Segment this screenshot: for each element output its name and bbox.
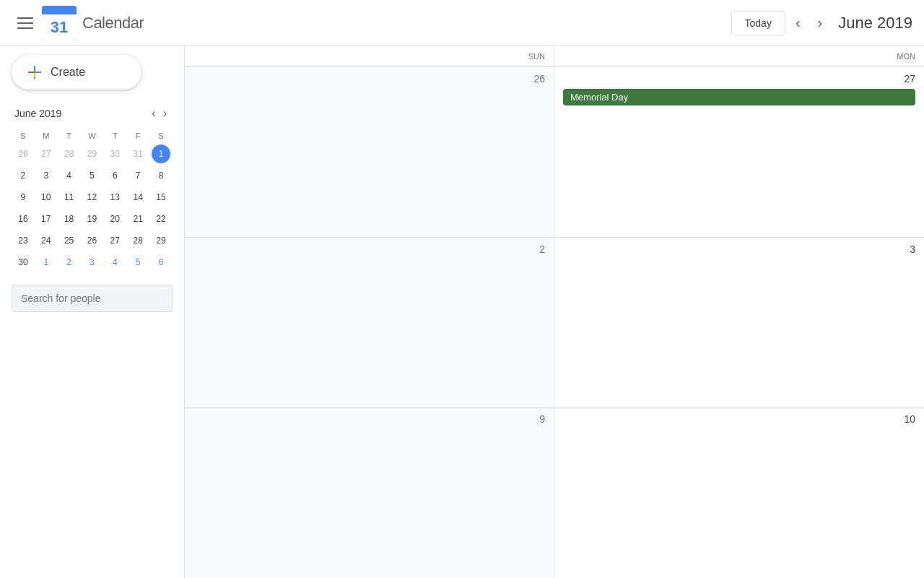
calendar-week-3: 9 10 xyxy=(185,407,924,578)
mini-cal-day[interactable]: 1 xyxy=(149,143,173,165)
header-navigation: Today ‹ › June 2019 xyxy=(731,10,912,35)
date-number: 2 xyxy=(193,243,545,255)
day-header-monday: MON xyxy=(554,46,924,66)
date-number: 26 xyxy=(193,73,545,85)
mini-cal-day[interactable]: 19 xyxy=(81,208,104,230)
mini-calendar-header: June 2019 ‹ › xyxy=(12,104,173,123)
mini-cal-day[interactable]: 5 xyxy=(81,165,104,186)
mini-calendar: June 2019 ‹ › S M T W T F xyxy=(12,104,173,273)
hamburger-line-1 xyxy=(17,17,33,19)
mini-cal-day[interactable]: 22 xyxy=(149,208,173,230)
mini-calendar-grid: S M T W T F S 26272829303112345678910111… xyxy=(12,129,173,273)
calendar-week-2: 2 3 xyxy=(185,238,924,408)
mini-prev-button[interactable]: ‹ xyxy=(149,104,158,123)
calendar-icon-top xyxy=(42,6,77,14)
mini-cal-day[interactable]: 26 xyxy=(12,143,35,165)
mini-cal-day[interactable]: 28 xyxy=(126,230,149,251)
mini-cal-day[interactable]: 9 xyxy=(12,186,35,208)
mini-calendar-title: June 2019 xyxy=(14,108,61,119)
today-button[interactable]: Today xyxy=(731,11,785,35)
mini-cal-day[interactable]: 6 xyxy=(149,251,173,273)
calendar-day-headers: SUN MON xyxy=(185,46,924,67)
app-title: Calendar xyxy=(82,14,144,33)
mini-cal-day[interactable]: 20 xyxy=(103,208,126,230)
mini-calendar-nav: ‹ › xyxy=(149,104,170,123)
mini-cal-day[interactable]: 2 xyxy=(12,165,35,186)
mini-cal-day[interactable]: 3 xyxy=(81,251,104,273)
day-header-fri: F xyxy=(126,129,149,143)
mini-cal-day[interactable]: 24 xyxy=(35,230,58,251)
mini-cal-day[interactable]: 6 xyxy=(103,165,126,186)
mini-cal-day[interactable]: 2 xyxy=(58,251,81,273)
svg-rect-3 xyxy=(34,73,35,77)
calendar-logo-icon: 31 xyxy=(42,6,77,40)
sidebar: Create June 2019 ‹ › S M T W xyxy=(0,46,185,578)
day-header-sat: S xyxy=(149,129,173,143)
mini-cal-day[interactable]: 16 xyxy=(12,208,35,230)
mini-cal-day[interactable]: 31 xyxy=(126,143,149,165)
next-month-button[interactable]: › xyxy=(811,10,830,35)
calendar-grid: SUN MON 26 27 Memorial Day 2 3 xyxy=(185,46,924,578)
calendar-icon-date: 31 xyxy=(42,14,77,40)
search-people-input[interactable] xyxy=(12,285,173,312)
date-number: 27 xyxy=(563,73,915,85)
memorial-day-event[interactable]: Memorial Day xyxy=(563,89,915,105)
hamburger-line-3 xyxy=(17,27,33,29)
create-button-label: Create xyxy=(51,66,85,79)
plus-icon xyxy=(26,64,43,81)
calendar-cell-9[interactable]: 9 xyxy=(185,407,554,578)
mini-cal-day[interactable]: 27 xyxy=(35,143,58,165)
mini-cal-day[interactable]: 30 xyxy=(103,143,126,165)
mini-cal-day[interactable]: 11 xyxy=(58,186,81,208)
mini-cal-day[interactable]: 4 xyxy=(103,251,126,273)
logo-area: 31 Calendar xyxy=(42,6,144,40)
calendar-cell-27[interactable]: 27 Memorial Day xyxy=(554,67,924,237)
mini-next-button[interactable]: › xyxy=(160,104,170,123)
svg-rect-2 xyxy=(35,72,41,73)
app-header: 31 Calendar Today ‹ › June 2019 xyxy=(0,0,924,46)
date-number: 3 xyxy=(563,243,915,255)
mini-cal-day[interactable]: 5 xyxy=(126,251,149,273)
mini-cal-day[interactable]: 12 xyxy=(81,186,104,208)
mini-cal-day[interactable]: 3 xyxy=(35,165,58,186)
day-header-wed: W xyxy=(81,129,104,143)
day-header-sunday: SUN xyxy=(185,46,554,66)
date-number: 9 xyxy=(193,413,545,425)
day-header-mon: M xyxy=(35,129,58,143)
day-header-thu: T xyxy=(103,129,126,143)
mini-cal-day[interactable]: 17 xyxy=(35,208,58,230)
calendar-body: 26 27 Memorial Day 2 3 9 xyxy=(185,67,924,578)
main-layout: Create June 2019 ‹ › S M T W xyxy=(0,46,924,578)
mini-cal-day[interactable]: 14 xyxy=(126,186,149,208)
calendar-cell-2[interactable]: 2 xyxy=(185,238,554,407)
mini-cal-day[interactable]: 29 xyxy=(149,230,173,251)
mini-cal-day[interactable]: 28 xyxy=(58,143,81,165)
svg-rect-1 xyxy=(28,72,34,73)
hamburger-line-2 xyxy=(17,22,33,24)
mini-cal-day[interactable]: 29 xyxy=(81,143,104,165)
mini-cal-day[interactable]: 1 xyxy=(35,251,58,273)
mini-cal-day[interactable]: 30 xyxy=(12,251,35,273)
calendar-cell-26[interactable]: 26 xyxy=(185,67,554,237)
mini-cal-day[interactable]: 8 xyxy=(149,165,173,186)
mini-cal-day[interactable]: 23 xyxy=(12,230,35,251)
mini-cal-day[interactable]: 18 xyxy=(58,208,81,230)
mini-cal-day[interactable]: 4 xyxy=(58,165,81,186)
mini-cal-day[interactable]: 10 xyxy=(35,186,58,208)
prev-month-button[interactable]: ‹ xyxy=(788,10,808,35)
date-number: 10 xyxy=(563,413,915,425)
mini-cal-day[interactable]: 13 xyxy=(103,186,126,208)
mini-cal-day[interactable]: 26 xyxy=(81,230,104,251)
calendar-cell-10[interactable]: 10 xyxy=(554,407,924,578)
mini-cal-day[interactable]: 25 xyxy=(58,230,81,251)
hamburger-menu-button[interactable] xyxy=(12,12,39,35)
mini-cal-day[interactable]: 15 xyxy=(149,186,173,208)
mini-cal-day[interactable]: 21 xyxy=(126,208,149,230)
mini-cal-day[interactable]: 7 xyxy=(126,165,149,186)
calendar-week-1: 26 27 Memorial Day xyxy=(185,67,924,238)
create-button[interactable]: Create xyxy=(12,55,141,90)
day-header-sun: S xyxy=(12,129,35,143)
calendar-cell-3[interactable]: 3 xyxy=(554,238,924,407)
mini-cal-day[interactable]: 27 xyxy=(103,230,126,251)
mini-calendar-table: S M T W T F S 26272829303112345678910111… xyxy=(12,129,173,273)
